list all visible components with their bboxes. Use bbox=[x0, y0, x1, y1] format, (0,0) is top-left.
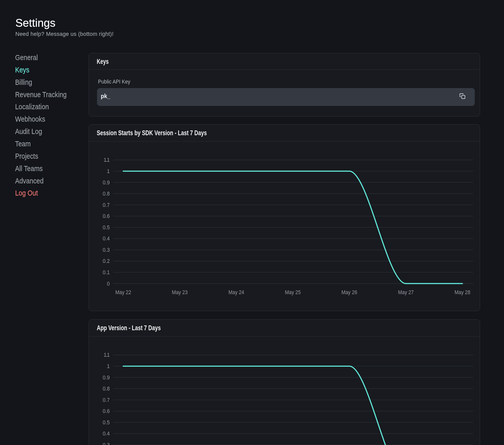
svg-text:0.6: 0.6 bbox=[103, 213, 110, 219]
svg-text:1: 1 bbox=[107, 363, 110, 369]
svg-text:May 23: May 23 bbox=[172, 289, 188, 295]
svg-text:May 24: May 24 bbox=[228, 289, 244, 295]
svg-text:1: 1 bbox=[107, 168, 110, 174]
svg-text:May 22: May 22 bbox=[115, 289, 131, 295]
svg-text:0.6: 0.6 bbox=[103, 408, 110, 414]
svg-text:0.1: 0.1 bbox=[103, 269, 110, 275]
svg-text:May 25: May 25 bbox=[285, 289, 301, 295]
svg-text:0.9: 0.9 bbox=[103, 374, 110, 380]
svg-text:0: 0 bbox=[107, 281, 110, 287]
svg-text:0.3: 0.3 bbox=[103, 247, 110, 253]
svg-text:0.7: 0.7 bbox=[103, 397, 110, 403]
svg-text:1.1: 1.1 bbox=[104, 352, 110, 358]
svg-text:0.8: 0.8 bbox=[103, 190, 110, 197]
svg-text:0.5: 0.5 bbox=[103, 224, 110, 230]
svg-text:0.5: 0.5 bbox=[103, 419, 110, 425]
svg-text:May 26: May 26 bbox=[341, 289, 357, 295]
svg-text:May 28: May 28 bbox=[455, 289, 470, 295]
svg-text:0.3: 0.3 bbox=[103, 442, 110, 445]
svg-text:0.4: 0.4 bbox=[103, 430, 110, 436]
svg-text:0.8: 0.8 bbox=[103, 385, 110, 392]
svg-text:0.2: 0.2 bbox=[103, 258, 110, 264]
svg-text:May 27: May 27 bbox=[398, 289, 414, 295]
svg-text:1.1: 1.1 bbox=[104, 157, 110, 163]
svg-text:0.4: 0.4 bbox=[103, 235, 110, 241]
svg-text:0.7: 0.7 bbox=[103, 202, 110, 208]
svg-text:0.9: 0.9 bbox=[103, 179, 110, 185]
